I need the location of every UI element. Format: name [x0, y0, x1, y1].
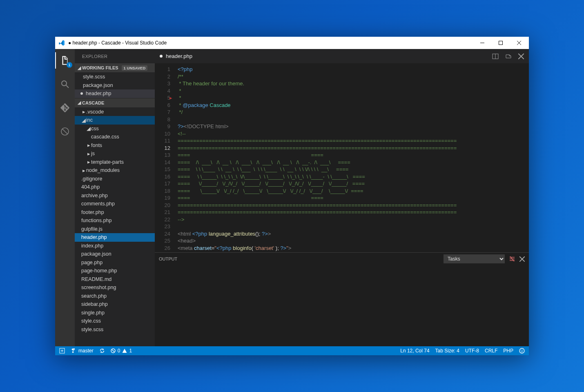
editor-tabs: header.php [155, 49, 529, 63]
file-item[interactable]: page-home.php [75, 267, 155, 275]
chevron-right-icon: ▸ [86, 142, 91, 148]
modified-dot-icon [80, 92, 83, 95]
git-icon[interactable] [55, 100, 75, 116]
tree-label: functions.php [81, 218, 111, 223]
editor-area: header.php ▸ 123456789101112131415161718… [155, 49, 529, 346]
chevron-down-icon: ◢ [81, 117, 86, 123]
folder-template-parts[interactable]: ▸template-parts [75, 158, 155, 167]
tree-label: js [91, 151, 95, 156]
file-item[interactable]: comments.php [75, 200, 155, 208]
file-label: style.scss [83, 74, 105, 80]
chevron-right-icon: ▸ [81, 109, 86, 115]
tree-label: single.php [81, 310, 105, 316]
search-icon[interactable] [55, 76, 75, 92]
tree-label: gulpfile.js [81, 226, 103, 232]
tree-label: inc [86, 117, 93, 123]
tree-label: fonts [91, 143, 102, 148]
close-editor-icon[interactable] [518, 53, 524, 59]
folder-css[interactable]: ◢css [75, 125, 155, 133]
status-eol[interactable]: CRLF [485, 348, 497, 354]
chevron-right-icon: ▸ [86, 151, 91, 157]
file-item[interactable]: screenshot.png [75, 283, 155, 292]
status-problems[interactable]: 0 1 [111, 348, 132, 354]
file-item[interactable]: .gitignore [75, 175, 155, 183]
tree-label: comments.php [81, 201, 115, 207]
line-gutter: 1234567891011121314151617181920212223242… [155, 63, 175, 252]
vscode-window: ● header.php - Cascade - Visual Studio C… [55, 37, 529, 355]
file-item[interactable]: functions.php [75, 216, 155, 225]
file-cascade-css[interactable]: cascade.css [75, 133, 155, 141]
file-item[interactable]: package.json [75, 250, 155, 258]
code-editor[interactable]: ▸ 12345678910111213141516171819202122232… [155, 63, 529, 252]
maximize-button[interactable] [491, 37, 510, 49]
file-item[interactable]: README.md [75, 275, 155, 284]
tree-label: .vscode [86, 109, 104, 115]
tree-label: index.php [81, 243, 103, 249]
panel-title[interactable]: OUTPUT [159, 256, 177, 261]
folder-vscode[interactable]: ▸.vscode [75, 108, 155, 116]
explorer-sidebar: EXPLORER ◢ WORKING FILES 1 UNSAVED style… [75, 49, 155, 346]
folder-js[interactable]: ▸js [75, 149, 155, 158]
status-sync-icon[interactable] [99, 348, 105, 354]
status-feedback-icon[interactable] [519, 348, 525, 354]
file-item[interactable]: gulpfile.js [75, 225, 155, 234]
output-channel-select[interactable]: Tasks [444, 254, 505, 263]
folder-node-modules[interactable]: ▸node_modules [75, 166, 155, 175]
folder-inc[interactable]: ◢inc [75, 116, 155, 125]
file-item[interactable]: sidebar.php [75, 300, 155, 309]
file-item[interactable]: page.php [75, 258, 155, 267]
file-item[interactable]: search.php [75, 292, 155, 301]
file-item[interactable]: index.php [75, 242, 155, 250]
output-panel: OUTPUT Tasks [155, 252, 529, 346]
debug-icon[interactable] [55, 123, 75, 140]
status-encoding[interactable]: UTF-8 [465, 348, 479, 354]
working-file[interactable]: style.scss [75, 73, 155, 81]
svg-line-22 [112, 350, 114, 352]
file-item[interactable]: style.scss [75, 325, 155, 334]
tab-header-php[interactable]: header.php [160, 53, 192, 59]
tab-label: header.php [166, 53, 192, 59]
file-item[interactable]: footer.php [75, 208, 155, 217]
status-tab-size[interactable]: Tab Size: 4 [435, 348, 459, 354]
working-files-header[interactable]: ◢ WORKING FILES 1 UNSAVED [75, 63, 155, 72]
tree-label: style.css [81, 318, 101, 324]
project-header[interactable]: ◢ CASCADE [75, 98, 155, 107]
status-bar: master 0 1 Ln 12, Col 74 Tab Size: 4 UTF… [55, 346, 529, 355]
working-files-label: WORKING FILES [82, 65, 118, 70]
explorer-badge: 1 [67, 62, 72, 68]
file-label: header.php [86, 91, 111, 96]
code-content: <?php/** * The header for our theme. * *… [175, 63, 529, 252]
status-language[interactable]: PHP [503, 348, 513, 354]
status-cursor-pos[interactable]: Ln 12, Col 74 [400, 348, 429, 354]
tree-label: package.json [81, 251, 111, 257]
status-new-window-icon[interactable] [59, 348, 65, 354]
chevron-down-icon: ◢ [76, 65, 82, 71]
svg-line-5 [66, 85, 69, 88]
file-label: package.json [83, 82, 113, 88]
file-item[interactable]: archive.php [75, 192, 155, 200]
svg-point-24 [521, 350, 522, 351]
titlebar[interactable]: ● header.php - Cascade - Visual Studio C… [55, 37, 529, 49]
more-actions-icon[interactable] [505, 53, 512, 60]
file-item[interactable]: 404.php [75, 183, 155, 192]
chevron-down-icon: ◢ [76, 100, 82, 105]
folder-fonts[interactable]: ▸fonts [75, 141, 155, 150]
clear-output-icon[interactable] [509, 256, 515, 262]
split-editor-icon[interactable] [492, 53, 499, 60]
status-git-branch[interactable]: master [71, 348, 94, 354]
svg-line-7 [62, 129, 67, 134]
svg-point-4 [62, 81, 67, 86]
explorer-icon[interactable]: 1 [55, 52, 75, 69]
close-button[interactable] [510, 37, 528, 49]
file-item[interactable]: style.css [75, 317, 155, 325]
file-item[interactable]: single.php [75, 309, 155, 317]
working-file[interactable]: package.json [75, 81, 155, 90]
chevron-right-icon: ▸ [86, 159, 91, 165]
working-file[interactable]: header.php [75, 89, 155, 98]
close-panel-icon[interactable] [519, 256, 525, 262]
vscode-logo-icon [56, 40, 67, 46]
file-item[interactable]: header.php [75, 233, 155, 242]
minimize-button[interactable] [473, 37, 491, 49]
tree-label: node_modules [86, 167, 120, 173]
modified-dot-icon [160, 55, 163, 58]
